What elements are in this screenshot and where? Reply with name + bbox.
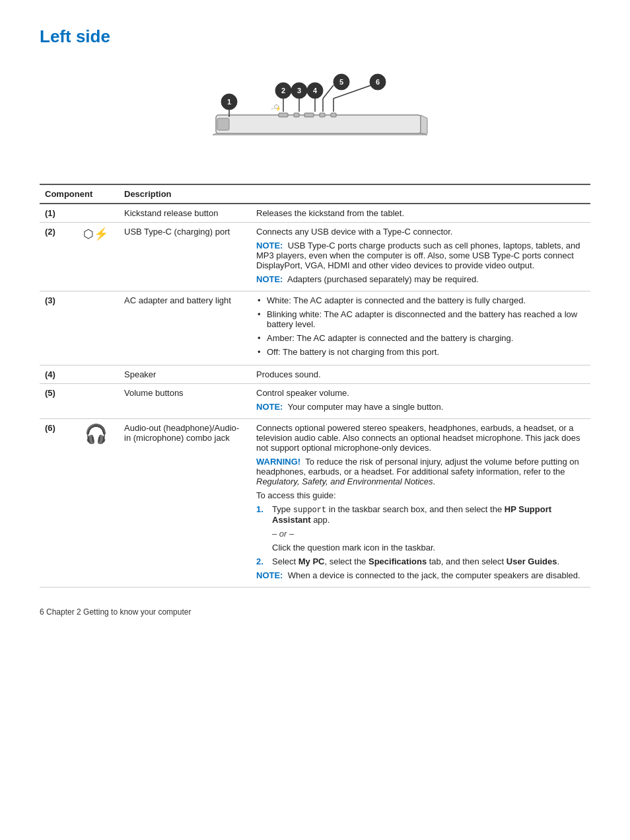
final-note: NOTE: When a device is connected to the … [256, 570, 585, 580]
page-title: Left side [40, 26, 590, 47]
step-text: Select My PC, select the Specifications … [272, 556, 559, 566]
svg-marker-1 [421, 115, 427, 134]
table-header-row: Component Description [40, 184, 590, 204]
step-num: 1. [256, 504, 267, 525]
or-step: – or – [272, 529, 585, 539]
row-description: Connects any USB device with a Type-C co… [251, 223, 590, 291]
step-item: 1.Type support in the taskbar search box… [256, 504, 585, 525]
svg-rect-7 [320, 113, 325, 117]
usb-icon: ⬡⚡ [83, 227, 108, 241]
svg-text:2: 2 [281, 87, 285, 95]
svg-rect-5 [294, 113, 299, 117]
desc-text: Connects optional powered stereo speaker… [256, 423, 580, 453]
row-icon: ⬡⚡ [73, 223, 119, 291]
step-item: 2.Select My PC, select the Specification… [256, 556, 585, 566]
svg-rect-4 [279, 113, 288, 117]
note-text: When a device is connected to the jack, … [288, 570, 580, 580]
components-table: Component Description (1)Kickstand relea… [40, 184, 590, 588]
desc-text: Releases the kickstand from the tablet. [256, 208, 404, 218]
or-step-text: Click the question mark icon in the task… [272, 543, 585, 553]
step-text: Type support in the taskbar search box, … [272, 504, 585, 525]
step-list: 1.Type support in the taskbar search box… [256, 504, 585, 566]
row-icon [73, 365, 119, 384]
note-label: NOTE: [256, 241, 283, 250]
step-num: 2. [256, 556, 267, 566]
bold-text: User Guides [507, 556, 557, 566]
bullet-item: Amber: The AC adapter is connected and t… [256, 333, 585, 343]
svg-rect-0 [216, 115, 421, 134]
svg-line-23 [323, 85, 333, 98]
table-row: (5)Volume buttonsControl speaker volume.… [40, 384, 590, 419]
row-component: Volume buttons [119, 384, 251, 419]
mono-text: support [293, 506, 326, 515]
row-description: Produces sound. [251, 365, 590, 384]
row-number: (2) [40, 223, 73, 291]
row-component: AC adapter and battery light [119, 291, 251, 365]
note-block: NOTE: USB Type-C ports charge products s… [256, 241, 585, 270]
row-component: Speaker [119, 365, 251, 384]
headphone-icon: 🎧 [85, 424, 108, 444]
svg-text:4: 4 [313, 87, 318, 95]
laptop-diagram: 1 2 3 4 5 6 ⬡ ←⚡ [40, 59, 590, 168]
row-number: (5) [40, 384, 73, 419]
row-description: Releases the kickstand from the tablet. [251, 204, 590, 223]
warning-block: WARNING! To reduce the risk of personal … [256, 457, 585, 486]
note-text: Adapters (purchased separately) may be r… [287, 274, 479, 284]
bullet-list: White: The AC adapter is connected and t… [256, 295, 585, 357]
svg-rect-8 [331, 113, 336, 117]
svg-text:6: 6 [376, 78, 380, 86]
row-component: Kickstand release button [119, 204, 251, 223]
row-icon [73, 384, 119, 419]
note-text: USB Type-C ports charge products such as… [256, 241, 580, 270]
component-header: Component [40, 184, 119, 204]
table-row: (6)🎧Audio-out (headphone)/Audio-in (micr… [40, 419, 590, 588]
warning-label: WARNING! [256, 457, 300, 467]
bullet-item: Blinking white: The AC adapter is discon… [256, 309, 585, 329]
desc-text: Control speaker volume. [256, 388, 349, 398]
row-number: (1) [40, 204, 73, 223]
note-block: NOTE: Your computer may have a single bu… [256, 402, 585, 412]
svg-marker-2 [213, 134, 427, 135]
access-intro: To access this guide: [256, 490, 585, 500]
bullet-item: White: The AC adapter is connected and t… [256, 295, 585, 305]
row-icon [73, 204, 119, 223]
page-footer: 6 Chapter 2 Getting to know your compute… [40, 607, 590, 617]
row-icon [73, 291, 119, 365]
row-number: (3) [40, 291, 73, 365]
note-label: NOTE: [256, 402, 283, 412]
italic-text: Regulatory, Safety, and Environmental No… [256, 477, 433, 486]
bold-text: Specifications [368, 556, 427, 566]
table-row: (1)Kickstand release buttonReleases the … [40, 204, 590, 223]
row-icon: 🎧 [73, 419, 119, 588]
row-description: Control speaker volume.NOTE: Your comput… [251, 384, 590, 419]
row-number: (6) [40, 419, 73, 588]
note-block: NOTE: Adapters (purchased separately) ma… [256, 274, 585, 284]
svg-text:3: 3 [297, 87, 301, 95]
row-number: (4) [40, 365, 73, 384]
svg-text:5: 5 [339, 78, 343, 86]
svg-rect-6 [304, 113, 314, 117]
desc-text: Produces sound. [256, 369, 321, 379]
table-row: (4)SpeakerProduces sound. [40, 365, 590, 384]
bold-text: My PC [298, 556, 325, 566]
note-label: NOTE: [256, 570, 283, 580]
table-row: (3)AC adapter and battery lightWhite: Th… [40, 291, 590, 365]
row-component: USB Type-C (charging) port [119, 223, 251, 291]
note-text: Your computer may have a single button. [287, 402, 443, 412]
description-header: Description [119, 184, 251, 204]
warning-text: To reduce the risk of personal injury, a… [256, 457, 579, 486]
desc-text: Connects any USB device with a Type-C co… [256, 227, 452, 237]
note-label: NOTE: [256, 274, 283, 284]
svg-text:1: 1 [227, 98, 231, 106]
row-description: White: The AC adapter is connected and t… [251, 291, 590, 365]
svg-rect-3 [217, 118, 229, 130]
row-component: Audio-out (headphone)/Audio-in (micropho… [119, 419, 251, 588]
svg-text:←⚡: ←⚡ [271, 106, 281, 112]
bullet-item: Off: The battery is not charging from th… [256, 347, 585, 357]
table-row: (2)⬡⚡USB Type-C (charging) portConnects … [40, 223, 590, 291]
row-description: Connects optional powered stereo speaker… [251, 419, 590, 588]
